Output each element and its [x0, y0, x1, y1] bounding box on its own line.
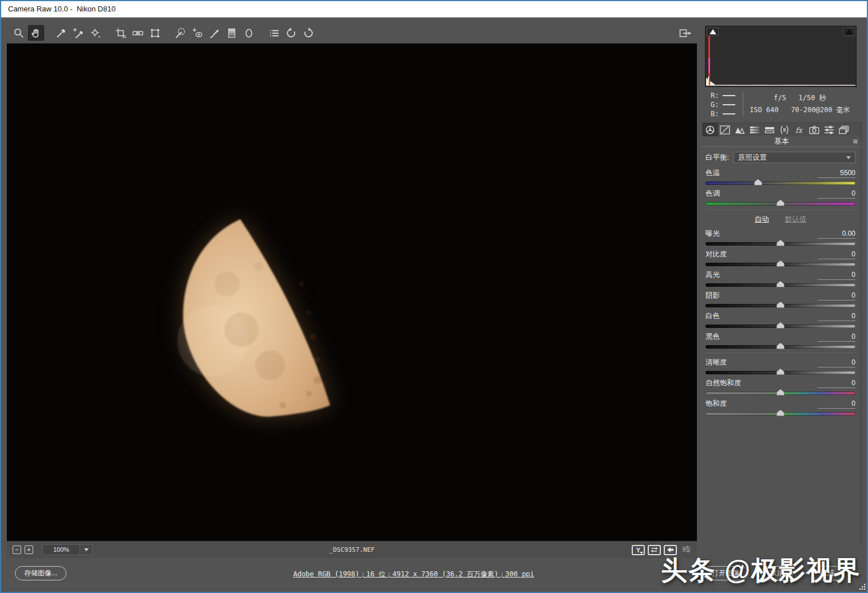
spot-removal-tool-icon[interactable]: [172, 25, 188, 41]
tab-hsl-grayscale[interactable]: [747, 123, 762, 136]
transform-tool-icon[interactable]: [147, 25, 163, 41]
histogram: [705, 26, 857, 87]
window-title: Camera Raw 10.0 - Nikon D810: [8, 1, 116, 17]
slider-thumb[interactable]: [776, 240, 784, 246]
panel-title: 基本: [774, 137, 789, 145]
slider-blacks: 黑色0: [706, 332, 855, 349]
aperture-icon: [704, 125, 716, 135]
slider-thumb[interactable]: [776, 200, 784, 206]
tab-split-toning[interactable]: [762, 123, 777, 136]
slider-thumb[interactable]: [776, 369, 784, 375]
slider-value[interactable]: 0: [818, 291, 855, 301]
slider-highlights: 高光0: [706, 270, 855, 287]
slider-thumb[interactable]: [776, 302, 784, 308]
red-eye-tool-icon[interactable]: [189, 25, 205, 41]
slider-value[interactable]: 0: [818, 189, 855, 199]
slider-contrast: 对比度0: [706, 250, 855, 266]
swap-arrows-icon: [651, 547, 658, 553]
before-after-toggle-button[interactable]: Y: [632, 545, 645, 555]
slider-value[interactable]: 0: [818, 250, 855, 259]
fx-icon: fx: [794, 125, 805, 135]
slider-thumb[interactable]: [776, 410, 784, 416]
slider-whites: 白色0: [706, 311, 855, 328]
panel-tabs: fx: [701, 122, 862, 136]
tint-track[interactable]: [706, 202, 855, 205]
slider-value[interactable]: 5500: [818, 169, 855, 178]
slider-value[interactable]: 0: [818, 271, 855, 280]
color-sampler-tool-icon[interactable]: [70, 25, 86, 41]
auto-link[interactable]: 自动: [755, 215, 769, 224]
preferences-list-icon[interactable]: [266, 25, 282, 41]
graduated-filter-tool-icon[interactable]: [224, 25, 240, 41]
adjustment-brush-tool-icon[interactable]: [207, 25, 223, 41]
tone-curve-icon: [719, 125, 731, 135]
radial-filter-tool-icon[interactable]: [241, 25, 257, 41]
slider-value[interactable]: 0: [818, 312, 855, 321]
white-balance-tool-icon[interactable]: [53, 25, 69, 41]
lens-icon: [779, 125, 790, 135]
image-canvas[interactable]: [7, 44, 697, 541]
tab-basic[interactable]: [703, 123, 718, 136]
save-image-button[interactable]: 存储图像...: [15, 566, 66, 580]
contrast-track[interactable]: [706, 263, 855, 266]
highlight-clipping-toggle[interactable]: [843, 27, 855, 36]
panel-menu-icon[interactable]: ≡: [853, 136, 858, 147]
toggle-fullscreen-icon[interactable]: [677, 25, 693, 41]
rgb-exif-readout: R: G: B: f/5 1/50 秒 ISO 640 70-200@200 毫…: [705, 89, 857, 119]
slider-value[interactable]: 0: [818, 333, 855, 342]
rotate-ccw-icon[interactable]: [283, 25, 299, 41]
slider-value[interactable]: 0: [818, 358, 855, 367]
slider-clarity: 清晰度0: [706, 358, 855, 374]
svg-text:fx: fx: [795, 125, 803, 134]
zoom-level-caret[interactable]: [80, 544, 93, 555]
b-value-dash: [723, 113, 735, 114]
shadow-clipping-toggle[interactable]: [707, 27, 719, 36]
shadows-track[interactable]: [706, 304, 855, 307]
white-balance-value: 原照设置: [738, 153, 767, 163]
vibrance-track[interactable]: [706, 392, 855, 395]
crop-tool-icon[interactable]: [113, 25, 129, 41]
slider-vibrance: 自然饱和度0: [706, 378, 855, 395]
zoom-out-button[interactable]: −: [13, 545, 21, 554]
tab-presets[interactable]: [822, 123, 837, 136]
tab-snapshots[interactable]: [837, 123, 851, 136]
divider: [706, 209, 855, 210]
slider-exposure: 曝光0.00: [706, 229, 855, 246]
slider-value[interactable]: 0: [818, 400, 855, 409]
hand-tool-icon[interactable]: [28, 25, 44, 41]
slider-value[interactable]: 0.00: [818, 230, 855, 239]
whites-track[interactable]: [706, 325, 855, 328]
white-balance-select[interactable]: 原照设置: [734, 152, 855, 163]
workflow-options-link[interactable]: Adobe RGB (1998)；16 位；4912 x 7360 (36.2 …: [293, 570, 534, 579]
saturation-track[interactable]: [706, 412, 855, 416]
zoom-level-select[interactable]: 100%: [42, 544, 93, 555]
clarity-track[interactable]: [706, 371, 855, 374]
zoom-tool-icon[interactable]: [11, 25, 27, 41]
slider-value[interactable]: 0: [818, 379, 855, 388]
highlights-track[interactable]: [706, 283, 855, 287]
zoom-in-button[interactable]: +: [25, 545, 33, 554]
swap-before-after-button[interactable]: [648, 545, 661, 555]
exposure-track[interactable]: [706, 242, 855, 246]
moon-photo: [173, 215, 344, 427]
slider-thumb[interactable]: [776, 281, 784, 287]
basic-panel: 白平衡: 原照设置 色温5500 色调0 自动 默认值 曝光0.00: [706, 152, 855, 420]
temperature-track[interactable]: [706, 181, 855, 185]
slider-thumb[interactable]: [776, 389, 784, 396]
default-link[interactable]: 默认值: [785, 215, 807, 224]
tab-detail[interactable]: [732, 123, 747, 136]
rotate-cw-icon[interactable]: [300, 25, 316, 41]
tab-tone-curve[interactable]: [718, 123, 732, 136]
slider-thumb[interactable]: [776, 322, 784, 329]
targeted-adjustment-tool-icon[interactable]: [88, 25, 104, 41]
blacks-track[interactable]: [706, 345, 855, 349]
slider-thumb[interactable]: [776, 260, 784, 267]
tab-effects[interactable]: fx: [792, 123, 807, 136]
tab-camera-calibration[interactable]: [807, 123, 822, 136]
straighten-tool-icon[interactable]: [130, 25, 146, 41]
arrow-left-icon: [667, 547, 674, 553]
tab-lens-corrections[interactable]: [777, 123, 792, 136]
slider-thumb[interactable]: [776, 343, 784, 349]
slider-thumb[interactable]: [754, 179, 762, 185]
slider-temperature: 色温5500: [706, 168, 855, 185]
